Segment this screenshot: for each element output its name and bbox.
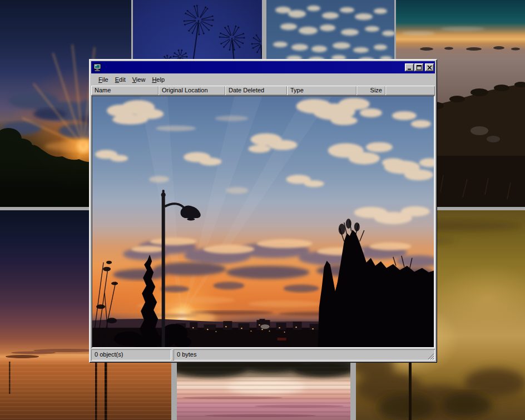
menu-file[interactable]: File [95,75,112,84]
column-header-size[interactable]: Size [356,86,385,95]
maximize-button[interactable] [414,63,423,71]
close-icon [427,65,432,70]
status-size: 0 bytes [174,349,435,360]
menu-edit[interactable]: Edit [112,75,129,84]
recycle-bin-window: File Edit View Help Name Original Locati… [89,59,437,363]
list-view-area[interactable] [91,95,435,348]
column-header-name[interactable]: Name [91,86,159,95]
sunset-streetlamp-photo [92,96,434,347]
status-object-count: 0 object(s) [91,349,171,360]
resize-grip-icon[interactable] [427,353,434,360]
menu-bar: File Edit View Help [91,73,435,86]
column-header-type[interactable]: Type [287,86,356,95]
status-bar: 0 object(s) 0 bytes [91,349,435,360]
minimize-icon [407,65,412,70]
column-header-original-location[interactable]: Original Location [159,86,225,95]
close-button[interactable] [425,63,434,71]
seedhead-icon [162,5,262,66]
menu-help[interactable]: Help [148,75,168,84]
column-header-blank[interactable] [385,86,435,95]
computer-icon [93,63,102,72]
column-header-date-deleted[interactable]: Date Deleted [225,86,287,95]
maximize-icon [417,65,422,70]
menu-view[interactable]: View [129,75,149,84]
list-column-headers: Name Original Location Date Deleted Type… [91,86,435,95]
title-bar[interactable] [91,61,435,73]
minimize-button[interactable] [405,63,414,71]
desktop: { "window": { "title": "", "icon": "comp… [0,0,525,420]
